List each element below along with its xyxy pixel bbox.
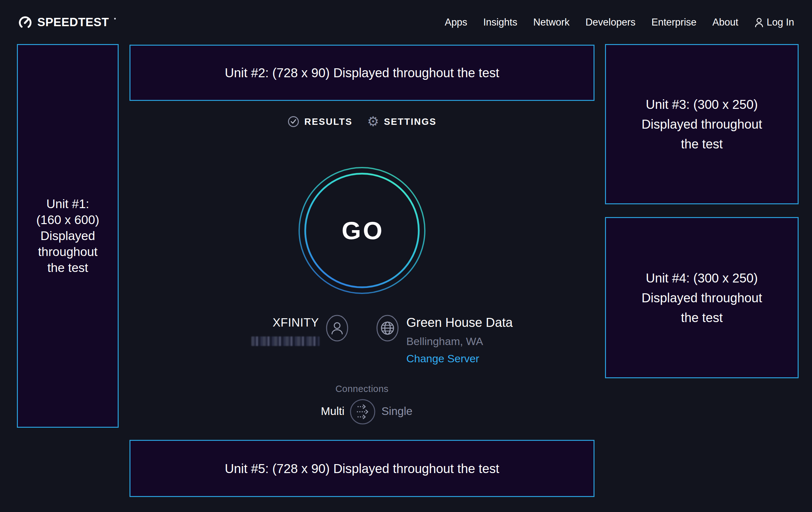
login-button[interactable]: Log In xyxy=(754,17,794,28)
nav-item-developers[interactable]: Developers xyxy=(585,17,636,28)
main-nav: Apps Insights Network Developers Enterpr… xyxy=(444,0,794,45)
ad-unit-1-skyscraper[interactable]: Unit #1: (160 x 600) Displayed throughou… xyxy=(17,44,119,428)
ip-address-redacted xyxy=(251,336,320,346)
nav-item-network[interactable]: Network xyxy=(533,17,570,28)
tab-settings[interactable]: ⚙ SETTINGS xyxy=(367,115,437,128)
gear-icon: ⚙ xyxy=(367,116,379,127)
server-name: Green House Data xyxy=(406,315,513,330)
ad-unit-5-leaderboard[interactable]: Unit #5: (728 x 90) Displayed throughout… xyxy=(129,440,594,497)
check-circle-icon xyxy=(287,115,299,128)
isp-name: XFINITY xyxy=(223,316,319,329)
go-button[interactable]: GO xyxy=(297,165,427,296)
trademark-mark xyxy=(114,18,116,20)
ad-unit-3-rectangle[interactable]: Unit #3: (300 x 250) Displayed throughou… xyxy=(605,44,799,204)
user-icon xyxy=(754,17,764,28)
connections-label: Connections xyxy=(322,384,402,394)
login-label: Log In xyxy=(767,17,794,28)
change-server-link[interactable]: Change Server xyxy=(406,352,480,365)
ad-unit-4-rectangle[interactable]: Unit #4: (300 x 250) Displayed throughou… xyxy=(605,217,799,378)
server-location: Bellingham, WA xyxy=(406,335,483,348)
nav-item-apps[interactable]: Apps xyxy=(444,17,467,28)
tab-results[interactable]: RESULTS xyxy=(287,115,352,128)
connections-toggle-icon[interactable] xyxy=(349,398,376,425)
speedtest-page: SPEEDTEST Apps Insights Network Develope… xyxy=(0,0,812,512)
ad-unit-2-leaderboard[interactable]: Unit #2: (728 x 90) Displayed throughout… xyxy=(129,45,594,101)
top-nav-bar: SPEEDTEST Apps Insights Network Develope… xyxy=(0,0,812,45)
speedometer-icon xyxy=(18,14,33,31)
tab-results-label: RESULTS xyxy=(304,116,352,127)
isp-user-badge-icon xyxy=(323,314,351,343)
nav-item-about[interactable]: About xyxy=(713,17,738,28)
logo-wordmark: SPEEDTEST xyxy=(37,16,109,29)
connections-multi-option[interactable]: Multi xyxy=(287,405,344,417)
server-globe-icon xyxy=(373,314,402,343)
nav-item-enterprise[interactable]: Enterprise xyxy=(651,17,696,28)
speedtest-logo[interactable]: SPEEDTEST xyxy=(18,14,116,31)
tab-bar: RESULTS ⚙ SETTINGS xyxy=(129,115,594,128)
go-button-label: GO xyxy=(297,165,427,296)
tab-settings-label: SETTINGS xyxy=(384,116,437,127)
nav-item-insights[interactable]: Insights xyxy=(483,17,517,28)
connections-single-option[interactable]: Single xyxy=(381,405,445,417)
